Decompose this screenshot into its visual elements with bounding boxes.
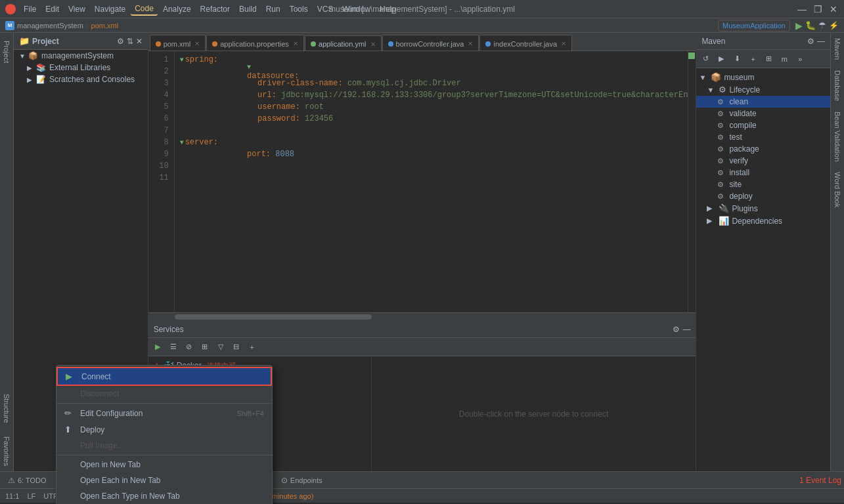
right-tab-bean-validation[interactable]: Bean Validation: [832, 106, 843, 167]
run-config-selector[interactable]: MuseumApplication: [718, 20, 790, 32]
menu-tools[interactable]: Tools: [286, 3, 312, 15]
line-num-2: 2: [148, 66, 169, 77]
maven-collapse-btn[interactable]: —: [817, 37, 825, 46]
ctx-item-disconnect[interactable]: Disconnect: [56, 386, 272, 402]
ctx-label-pull: Pull Image...: [80, 441, 124, 450]
services-filter2-btn[interactable]: ▽: [214, 341, 227, 354]
scroll-thumb-h[interactable]: [175, 314, 372, 320]
run-button[interactable]: ▶: [795, 20, 803, 31]
maven-item-test[interactable]: ⚙ test: [696, 131, 830, 143]
maven-item-lifecycle[interactable]: ▼ ⚙ Lifecycle: [696, 83, 830, 96]
services-settings-button[interactable]: ⚙: [673, 325, 680, 334]
services-collapse-button[interactable]: —: [682, 325, 690, 334]
editor-scrollbar-h[interactable]: [148, 312, 696, 320]
maven-arrow-museum: ▼: [699, 74, 708, 81]
ctx-item-open-new-tab[interactable]: Open in New Tab: [56, 457, 272, 472]
menu-code[interactable]: Code: [131, 3, 158, 16]
maven-run-btn[interactable]: ▶: [715, 52, 728, 66]
maven-icon-lifecycle: ⚙: [719, 85, 726, 94]
services-layout-btn[interactable]: ⊟: [230, 341, 243, 354]
bottom-tab-todo[interactable]: ⚠ 6: TODO: [3, 474, 52, 487]
maven-item-package[interactable]: ⚙ package: [696, 143, 830, 155]
menu-run[interactable]: Run: [262, 3, 284, 15]
maven-item-verify[interactable]: ⚙ verify: [696, 155, 830, 167]
code-editor[interactable]: 1 2 3 4 5 6 7 8 9 10 11 ▼ spring: ▼: [148, 51, 696, 312]
maven-item-install[interactable]: ⚙ install: [696, 167, 830, 178]
maven-item-site[interactable]: ⚙ site: [696, 178, 830, 190]
services-filter-btn[interactable]: ⊘: [183, 341, 196, 354]
ctx-item-deploy[interactable]: ⬆ Deploy: [56, 421, 272, 438]
menu-file[interactable]: File: [20, 3, 40, 15]
panel-expand-button[interactable]: ⇅: [127, 37, 133, 46]
tree-item-root[interactable]: ▼ 📦 managementSystem: [14, 50, 148, 62]
tab-close-pom[interactable]: ✕: [194, 40, 200, 47]
tab-dot-props: [212, 41, 217, 47]
menu-view[interactable]: View: [64, 3, 89, 15]
maven-item-deploy[interactable]: ⚙ deploy: [696, 190, 830, 202]
maximize-button[interactable]: ❐: [812, 4, 823, 14]
sidebar-tab-favorites[interactable]: Favorites: [1, 431, 12, 471]
ctx-item-open-each-type-new-tab[interactable]: Open Each Type in New Tab: [56, 488, 272, 504]
tab-index-controller[interactable]: indexController.java ✕: [479, 35, 572, 51]
maven-refresh-btn[interactable]: ↺: [699, 52, 712, 66]
menu-edit[interactable]: Edit: [41, 3, 63, 15]
profile-button[interactable]: ⚡: [829, 21, 839, 30]
warning-count: 1: [799, 476, 804, 485]
tab-close-index[interactable]: ✕: [561, 40, 566, 47]
services-add-btn[interactable]: +: [246, 341, 259, 354]
maven-download-btn[interactable]: ⬇: [730, 52, 744, 66]
maven-item-compile[interactable]: ⚙ compile: [696, 119, 830, 131]
tab-close-props[interactable]: ✕: [293, 40, 298, 47]
close-button[interactable]: ✕: [828, 4, 839, 14]
event-log-warning[interactable]: 1 Event Log: [799, 476, 841, 485]
valid-indicator: [688, 52, 695, 59]
sidebar-tab-project[interactable]: Project: [1, 35, 12, 68]
ctx-item-pull-image[interactable]: Pull Image...: [56, 438, 272, 453]
maven-item-plugins[interactable]: ▶ 🔌 Plugins: [696, 202, 830, 215]
services-list-btn[interactable]: ☰: [167, 341, 180, 354]
maven-more-btn[interactable]: »: [793, 52, 807, 66]
tab-label-props: application.properties: [220, 40, 289, 48]
services-grid-btn[interactable]: ⊞: [198, 341, 211, 354]
menu-build[interactable]: Build: [235, 3, 261, 15]
right-tab-maven[interactable]: Maven: [832, 33, 843, 65]
maven-item-museum[interactable]: ▼ 📦 museum: [696, 71, 830, 83]
maven-add-btn[interactable]: +: [746, 52, 759, 66]
tab-app-properties[interactable]: application.properties ✕: [206, 35, 304, 51]
tab-close-borrow[interactable]: ✕: [468, 40, 473, 47]
ctx-item-open-each-new-tab[interactable]: Open Each in New Tab: [56, 472, 272, 488]
tab-borrow-controller[interactable]: borrowController.java ✕: [382, 35, 479, 51]
tab-pom-xml[interactable]: pom.xml ✕: [150, 35, 206, 51]
ctx-item-edit-config[interactable]: ✏ Edit Configuration Shift+F4: [56, 405, 272, 421]
tree-item-external[interactable]: ▶ 📚 External Libraries: [14, 62, 148, 74]
tree-item-scratches[interactable]: ▶ 📝 Scratches and Consoles: [14, 74, 148, 85]
coverage-button[interactable]: ☂: [818, 20, 826, 30]
bottom-tab-endpoints[interactable]: ⊙ Endpoints: [276, 474, 328, 487]
maven-fwd-btn[interactable]: m: [778, 52, 791, 66]
left-sidebar: Project Structure Favorites: [0, 33, 14, 471]
menu-refactor[interactable]: Refactor: [196, 3, 234, 15]
ctx-item-connect[interactable]: ▶ Connect: [56, 367, 272, 386]
menu-analyze[interactable]: Analyze: [159, 3, 195, 15]
panel-settings-button[interactable]: ⚙: [117, 37, 124, 46]
code-content[interactable]: ▼ spring: ▼ datasource: driver-class-nam…: [175, 51, 688, 312]
maven-label-deploy: deploy: [729, 192, 752, 201]
services-run-btn[interactable]: ▶: [151, 341, 164, 354]
panel-close-button[interactable]: ✕: [136, 37, 143, 46]
menu-navigate[interactable]: Navigate: [91, 3, 129, 15]
sidebar-tab-structure[interactable]: Structure: [1, 388, 12, 429]
right-tab-word-book[interactable]: Word Book: [832, 167, 843, 213]
debug-button[interactable]: 🐛: [805, 20, 816, 30]
code-val-password: 123456: [305, 114, 333, 123]
tree-icon-root: 📦: [28, 51, 39, 60]
maven-settings-btn[interactable]: ⚙: [807, 37, 814, 46]
maven-item-dependencies[interactable]: ▶ 📊 Dependencies: [696, 215, 830, 227]
event-log-label: Event Log: [806, 476, 841, 485]
minimize-button[interactable]: —: [797, 4, 807, 14]
maven-item-validate[interactable]: ⚙ validate: [696, 108, 830, 119]
maven-item-clean[interactable]: ⚙ clean: [696, 96, 830, 108]
maven-expand-btn[interactable]: ⊞: [762, 52, 775, 66]
tab-app-yml[interactable]: application.yml ✕: [305, 35, 382, 51]
right-tab-database[interactable]: Database: [832, 65, 843, 106]
tab-close-yaml[interactable]: ✕: [370, 41, 376, 48]
